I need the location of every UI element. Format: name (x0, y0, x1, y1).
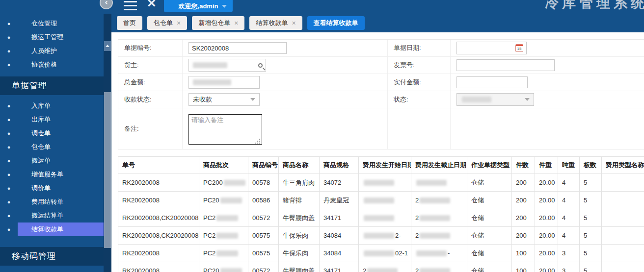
owner-label: 货主: (118, 57, 182, 74)
table-cell: 3 (558, 245, 580, 262)
column-header: 费用发生截止日期 (411, 157, 467, 174)
sidebar-item[interactable]: ●搬运单 (0, 154, 104, 168)
table-cell: 200 (512, 209, 535, 227)
table-cell: RK20020008,CK20020008 (118, 227, 199, 245)
remark-textarea[interactable] (188, 114, 262, 145)
sidebar-item[interactable]: ●搬运工管理 (0, 30, 104, 44)
sidebar-item[interactable]: ●调仓单 (0, 126, 104, 140)
tab-close-icon[interactable]: × (234, 20, 238, 26)
sidebar-item[interactable]: ●包仓单 (0, 140, 104, 154)
scroll-up-icon[interactable] (104, 41, 111, 51)
table-cell: 5 (580, 192, 602, 209)
table-cell: RK20020008 (118, 192, 199, 209)
table-cell: PC200 (199, 174, 248, 192)
table-cell: 34084 (320, 227, 359, 245)
sidebar-item[interactable]: ●调价单 (0, 181, 104, 195)
sidebar-item[interactable]: ●增值服务单 (0, 168, 104, 181)
redacted-blur (420, 198, 450, 203)
table-cell: 牛臀腰肉盖 (279, 209, 320, 227)
table-cell: 20.00 (535, 174, 558, 192)
column-header: 费用类型名称 (602, 157, 644, 174)
chevron-down-icon (250, 98, 255, 101)
redacted-blur (224, 180, 245, 186)
sidebar-scrollbar[interactable] (104, 14, 111, 272)
sidebar-item[interactable]: ●结算收款单 (0, 223, 104, 236)
status-select[interactable] (456, 93, 534, 106)
tab-item[interactable]: 包仓单× (147, 16, 187, 30)
table-cell: PC2 (199, 227, 248, 245)
invoice-no-input[interactable] (456, 59, 555, 71)
redacted-blur (216, 233, 238, 239)
table-row: RK20020008PC20000578牛三角肩肉34072仓储20020.00… (118, 174, 644, 192)
sidebar-item-label: 费用结转单 (18, 195, 104, 209)
collapse-sidebar-icon[interactable]: ‹ (100, 0, 113, 9)
tab-item[interactable]: 新增包仓单× (192, 16, 244, 30)
sidebar-item-label: 仓位管理 (18, 17, 104, 30)
bullet-icon: ● (0, 21, 18, 26)
table-cell: 仓储 (467, 192, 512, 209)
total-amount-input[interactable] (188, 76, 260, 89)
sidebar-item[interactable]: ●出库单 (0, 113, 104, 126)
bullet-icon: ● (0, 158, 18, 164)
column-header: 商品批次 (199, 157, 248, 174)
table-cell (602, 227, 644, 245)
table-cell: 00572 (248, 209, 279, 227)
tab-item[interactable]: 结算收款单× (249, 16, 302, 30)
table-cell: 200 (512, 227, 535, 245)
table-cell: 3 (558, 262, 580, 272)
payment-status-select[interactable]: 未收款 (188, 93, 260, 106)
menu-icon[interactable] (124, 0, 137, 10)
column-header: 费用发生开始日期 (359, 157, 411, 174)
tab-item[interactable]: 查看结算收款单 (307, 16, 365, 30)
payment-status-value: 未收款 (193, 95, 212, 104)
bullet-icon: ● (0, 130, 18, 136)
doc-no-label: 单据编号: (118, 40, 182, 57)
redacted-blur (462, 97, 491, 102)
sidebar-item[interactable]: ●费用结转单 (0, 195, 104, 209)
redacted-blur (364, 215, 394, 221)
column-header: 件数 (512, 157, 535, 174)
chevron-down-icon (525, 98, 530, 101)
doc-date-input[interactable]: 15 (456, 42, 527, 54)
tab-item[interactable]: 首页 (117, 16, 142, 30)
table-cell: 200 (512, 174, 535, 192)
owner-input[interactable] (188, 59, 266, 72)
tab-label: 包仓单 (154, 19, 173, 27)
table-cell: 4 (558, 209, 580, 227)
table-cell: 34171 (320, 262, 359, 272)
table-cell: RK20020008 (118, 245, 199, 262)
redacted-blur (220, 268, 242, 272)
invoice-no-label: 发票号: (387, 57, 450, 74)
tab-close-icon[interactable]: × (292, 20, 295, 26)
sidebar-item-label: 增值服务单 (18, 168, 104, 181)
table-cell: 5 (580, 209, 602, 227)
chevron-down-icon (222, 5, 227, 8)
table-cell: 00575 (248, 227, 279, 245)
table-cell (602, 174, 644, 192)
close-icon[interactable]: × (147, 0, 156, 11)
sidebar-item[interactable]: ●搬运结算单 (0, 209, 104, 223)
table-cell: 牛保乐肉 (279, 245, 320, 262)
table-cell: 20.00 (535, 262, 558, 272)
sidebar-item[interactable]: ●移动码标签发行 (0, 270, 104, 272)
doc-no-input[interactable] (188, 42, 287, 54)
scrollbar-thumb[interactable] (104, 92, 111, 248)
paid-amount-input[interactable] (456, 76, 528, 88)
table-cell: 02-1 (359, 245, 411, 262)
column-header: 单号 (118, 157, 199, 174)
sidebar-section-header: 单据管理 (0, 76, 104, 95)
resize-handle-icon[interactable] (259, 143, 260, 144)
column-header: 件重 (535, 157, 558, 174)
calendar-icon[interactable]: 15 (515, 44, 523, 52)
user-menu-button[interactable]: 欢迎您,admin (164, 0, 233, 12)
app-title: 冷库管理系统 (545, 0, 644, 12)
sidebar-item[interactable]: ●仓位管理 (0, 17, 104, 30)
tab-close-icon[interactable]: × (177, 20, 181, 26)
table-row: RK20020008PC2000586猪背排丹麦皇冠2仓储20020.0045 (118, 192, 644, 209)
sidebar-item[interactable]: ●协议价格 (0, 58, 104, 72)
search-icon[interactable] (258, 63, 263, 68)
sidebar-item[interactable]: ●人员维护 (0, 44, 104, 58)
table-cell: 2 (411, 209, 467, 227)
sidebar-item[interactable]: ●入库单 (0, 99, 104, 113)
column-header: 作业单据类型 (467, 157, 512, 174)
